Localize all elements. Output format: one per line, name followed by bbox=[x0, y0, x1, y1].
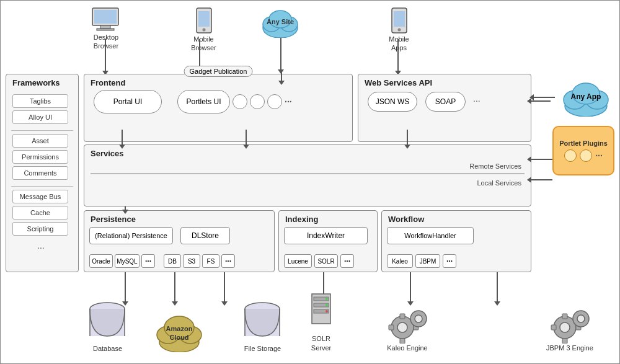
svg-point-44 bbox=[415, 315, 422, 322]
svg-point-35 bbox=[326, 304, 328, 306]
arrow-any-site bbox=[280, 38, 281, 70]
any-site-cloud: Any Site bbox=[258, 6, 303, 38]
svg-rect-2 bbox=[100, 25, 110, 29]
file-storage-icon: File Storage bbox=[242, 301, 283, 352]
svg-rect-39 bbox=[400, 314, 405, 319]
svg-rect-12 bbox=[394, 11, 405, 27]
svg-rect-5 bbox=[198, 11, 210, 27]
any-app-label: Any App bbox=[571, 92, 601, 101]
message-bus-item: Message Bus bbox=[12, 190, 68, 203]
plugin-circle-1 bbox=[564, 149, 577, 162]
mobile-browser-icon: Mobile Browser bbox=[184, 7, 224, 53]
svg-rect-47 bbox=[562, 314, 567, 319]
svg-point-13 bbox=[397, 29, 401, 32]
arrow-gadget-pub bbox=[281, 70, 282, 81]
portlets-dots: ··· bbox=[285, 97, 292, 107]
portlet-circle-2 bbox=[250, 94, 265, 109]
any-app-cloud: Any App bbox=[557, 76, 614, 117]
oracle-item: Oracle bbox=[89, 254, 113, 268]
svg-rect-1 bbox=[94, 10, 117, 24]
arrow-persistence-amazon bbox=[174, 272, 175, 302]
sep1 bbox=[11, 130, 73, 131]
kaleo-engine-label: Kaleo Engine bbox=[387, 344, 427, 352]
arrow-workflow-kaleo bbox=[410, 272, 411, 302]
svg-point-36 bbox=[326, 310, 328, 313]
remote-services-label: Remote Services bbox=[469, 162, 521, 170]
asset-item: Asset bbox=[12, 134, 68, 148]
indexwriter-comp: IndexWriter bbox=[284, 227, 368, 244]
workflow-title: Workflow bbox=[388, 215, 424, 224]
frontend-box: Frontend Gadget Publication Portal UI Po… bbox=[84, 74, 353, 142]
frontend-title: Frontend bbox=[91, 78, 125, 87]
services-box: Services Remote Services Local Services bbox=[84, 144, 531, 206]
portlet-circle-1 bbox=[232, 94, 247, 109]
kaleo-item: Kaleo bbox=[387, 254, 413, 268]
arrow-services-persistence bbox=[125, 206, 126, 210]
svg-point-52 bbox=[577, 315, 585, 322]
jbpm-engine-icon: JBPM 3 Engine bbox=[546, 305, 593, 352]
arrow-services-2 bbox=[246, 130, 247, 145]
portlet-plugins-box: Portlet Plugins ··· bbox=[552, 126, 614, 175]
desktop-browser-icon: Desktop Browser bbox=[81, 7, 131, 51]
arrow-workflow-jbpm bbox=[497, 272, 498, 302]
persistence-box: Persistence (Relational) Persistence DLS… bbox=[84, 210, 275, 272]
services-sep bbox=[91, 173, 525, 174]
db-item: DB bbox=[164, 254, 181, 268]
sep2 bbox=[11, 186, 73, 187]
local-services-label: Local Services bbox=[477, 179, 521, 187]
persistence-dots1: ··· bbox=[141, 254, 155, 268]
svg-point-6 bbox=[202, 29, 205, 32]
plugin-circle-2 bbox=[580, 149, 592, 162]
workflow-box: Workflow WorkflowHandler Kaleo JBPM ··· bbox=[381, 210, 531, 272]
arrow-services-1 bbox=[122, 130, 123, 145]
amazon-cloud-icon: AmazonCloud bbox=[154, 314, 204, 352]
plugin-dots: ··· bbox=[595, 151, 603, 161]
svg-rect-41 bbox=[389, 325, 394, 330]
permissions-item: Permissions bbox=[12, 150, 68, 164]
mobile-apps-icon: Mobile Apps bbox=[379, 7, 419, 53]
services-title: Services bbox=[91, 149, 124, 158]
dlstore-comp: DLStore bbox=[180, 227, 230, 244]
spacer1 bbox=[157, 254, 162, 268]
comments-item: Comments bbox=[12, 166, 68, 180]
workflow-items: Kaleo JBPM ··· bbox=[387, 254, 456, 268]
web-services-box: Web Services API JSON WS SOAP ··· bbox=[358, 74, 531, 142]
svg-rect-3 bbox=[97, 29, 114, 30]
solr-server-icon: SOLRServer bbox=[309, 291, 334, 352]
indexing-dots: ··· bbox=[340, 254, 354, 268]
jbpm-engine-label: JBPM 3 Engine bbox=[546, 344, 593, 352]
fs-item: FS bbox=[202, 254, 219, 268]
frameworks-title: Frameworks bbox=[12, 78, 60, 87]
database-label: Database bbox=[93, 345, 122, 352]
arrow-any-app-ws bbox=[533, 97, 555, 98]
arrow-remote-services bbox=[531, 159, 552, 160]
portal-ui-comp: Portal UI bbox=[94, 90, 162, 113]
any-site-label: Any Site bbox=[267, 18, 294, 25]
arrow-local-services bbox=[531, 179, 552, 180]
arrow-services-3 bbox=[407, 130, 408, 145]
indexing-items: Lucene SOLR ··· bbox=[284, 254, 354, 268]
svg-rect-49 bbox=[551, 325, 556, 330]
arrow-persistence-fs bbox=[224, 272, 225, 302]
arrow-any-app-h bbox=[531, 100, 551, 102]
svg-rect-48 bbox=[562, 339, 567, 344]
persistence-dots2: ··· bbox=[221, 254, 235, 268]
kaleo-engine-icon: Kaleo Engine bbox=[385, 305, 430, 352]
arrow-desktop bbox=[105, 39, 106, 71]
jbpm-item: JBPM bbox=[415, 254, 440, 268]
solr-server-label: SOLRServer bbox=[311, 334, 331, 352]
arrow-persistence-db bbox=[125, 272, 126, 302]
alloy-ui-item: Alloy UI bbox=[12, 110, 68, 124]
portlet-plugins-label: Portlet Plugins bbox=[559, 140, 608, 147]
svg-rect-40 bbox=[400, 339, 405, 344]
persistence-items: Oracle MySQL ··· DB S3 FS ··· bbox=[89, 254, 235, 268]
svg-point-34 bbox=[326, 298, 328, 300]
portlets-ui-area: Portlets UI ··· bbox=[177, 90, 292, 113]
fw-dots: ... bbox=[37, 241, 45, 251]
svg-point-46 bbox=[560, 322, 570, 332]
web-services-title: Web Services API bbox=[365, 78, 432, 87]
persistence-title: Persistence bbox=[91, 215, 136, 224]
json-ws-comp: JSON WS bbox=[368, 92, 417, 112]
relational-persistence-comp: (Relational) Persistence bbox=[89, 227, 173, 244]
frameworks-box: Frameworks Taglibs Alloy UI Asset Permis… bbox=[6, 74, 79, 272]
